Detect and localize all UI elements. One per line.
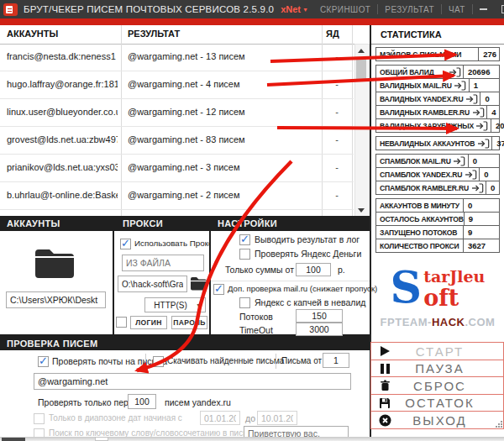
stat-row: ВАЛИДНЫХ ЗАРУБЕЖНЫХ 20691 [375,118,500,133]
yandex-money-checkbox[interactable] [239,249,250,260]
table-row[interactable]: grovest@lds.net.ua:zbw497of @wargaming.n… [0,127,354,155]
stat-value: 0 [463,199,499,212]
log-result-label: Выводить результат в лог [255,234,360,244]
arrow-down-icon [358,208,365,213]
xnet-dropdown-caret-icon[interactable]: ▼ [302,7,313,13]
proxy-password-button[interactable]: ПАРОЛЬ [171,316,207,329]
action-buttons: СТАРТ ПАУЗА СБРОС ОСТАТОК ВЫХОД [370,342,504,429]
accounts-table: francis@nesta.dk:neness1 @wargaming.net … [0,44,354,216]
proxy-login-button[interactable]: ЛОГИН [130,316,167,329]
yad-cell: - [322,190,352,200]
yandex-captcha-checkbox[interactable] [239,297,250,308]
column-header-accounts[interactable]: АККАУНТЫ [7,29,58,39]
resize-grip[interactable] [496,421,502,428]
date-to-input[interactable] [257,411,297,425]
account-cell: hugo.laffray@orange.fr:1812hu [7,79,118,89]
rest-button[interactable]: ОСТАТОК [370,394,504,412]
column-header-result[interactable]: РЕЗУЛЬТАТ [128,29,180,39]
proxy-from-file-input[interactable] [122,255,204,271]
minimize-button[interactable] [473,0,495,18]
menu-result[interactable]: РЕЗУЛЬТАТ [378,5,441,14]
proxy-file-path-input[interactable] [118,276,187,292]
divider [276,354,276,369]
mailru-extra-checkbox[interactable] [213,284,224,295]
menu-chat[interactable]: ЧАТ [442,5,472,14]
export-icon[interactable] [475,139,491,149]
yad-cell: - [322,162,352,172]
table-scrollbar[interactable] [354,44,370,217]
maximize-button[interactable] [495,0,504,18]
proxy-auth-checkbox[interactable] [116,317,127,328]
letters-from-input[interactable] [323,353,349,368]
sender-filter-input[interactable] [34,373,351,390]
pause-button[interactable]: ПАУЗА [370,360,504,378]
pause-icon [371,363,398,375]
chevron-down-icon: ▼ [196,302,205,308]
start-button[interactable]: СТАРТ [370,342,504,360]
accent-strip [0,18,504,25]
rub-label: р. [338,265,345,275]
threads-input[interactable] [296,309,343,323]
reset-button[interactable]: СБРОС [370,376,504,395]
column-header-yad[interactable]: ЯД [326,29,339,39]
stat-label: СПАМБЛОК RAMBLER.RU [376,184,469,192]
stat-row: АККАУНТОВ В МИНУТУ 0 [375,198,500,213]
yad-cell: - [322,107,352,117]
log-result-checkbox[interactable] [239,234,250,245]
settings-panel: Выводить результат в лог Проверять Яндек… [211,231,370,334]
first-only-input[interactable] [128,394,156,409]
export-icon[interactable] [469,183,486,193]
result-cell: @wargaming.net - 13 писем [128,51,245,61]
proxy-type-select[interactable]: HTTP(S) ▼ [144,297,206,312]
download-letters-checkbox[interactable] [153,356,164,367]
export-icon[interactable] [446,67,463,77]
accounts-panel-title: АККАУНТЫ [7,218,60,228]
use-proxy-checkbox[interactable] [120,239,131,249]
brand-logo: S tarJleu oft FPTEAM-HACK.COM [371,242,504,334]
scroll-down-button[interactable] [355,204,367,216]
date-range-checkbox[interactable] [34,413,45,424]
stat-value: 9 [463,226,499,239]
folder-icon [34,246,76,280]
use-proxy-label: Использовать Прокси [134,239,217,248]
account-cell: b.uhrlau@t-online.de:Baskets1 [7,190,118,200]
table-row[interactable]: b.uhrlau@t-online.de:Baskets1 @wargaming… [0,182,354,210]
scroll-up-button[interactable] [355,45,367,56]
account-cell: linux.user@blueyonder.co.uk:bennev [7,107,118,117]
proxy-folder-button[interactable] [190,276,207,294]
threads-label: Потоков [239,312,273,322]
only-sums-label: Только суммы от [225,265,294,275]
result-cell: @wargaming.net - 83 писем [128,134,245,144]
stat-value: 0 [468,155,504,167]
table-row[interactable]: prianikov@lds.net.ua:yxs031ga @wargaming… [0,155,354,182]
table-row[interactable]: linux.user@blueyonder.co.uk:bennev @warg… [0,99,354,127]
exit-button[interactable]: ВЫХОД [370,411,504,429]
statistics-title: СТАТИСТИКА [371,29,442,39]
menu-xnet[interactable]: xNet [274,4,302,14]
floppy-icon [371,397,398,409]
stat-label: ВАЛИДНЫХ RAMBLER.RU [376,108,470,117]
folder-icon [190,276,207,291]
export-icon[interactable] [474,121,491,131]
accounts-path-input[interactable] [6,291,106,308]
mailru-extra-label: Доп. проверка mail.ru (снижает пропуск) [228,284,377,293]
export-icon[interactable] [470,108,486,118]
exit-icon [371,414,398,427]
app-icon [3,3,18,16]
table-row[interactable]: francis@nesta.dk:neness1 @wargaming.net … [0,44,354,71]
table-row[interactable]: hugo.laffray@orange.fr:1812hu @wargaming… [0,71,354,99]
menu-screenshot[interactable]: СКРИНШОТ [313,5,377,14]
scrollbar-thumb[interactable] [356,58,366,81]
account-cell: prianikov@lds.net.ua:yxs031ga [7,162,118,172]
only-sums-input[interactable] [296,263,331,276]
date-from-input[interactable] [200,411,240,425]
timeout-input[interactable] [296,323,343,336]
accounts-folder-button[interactable] [34,246,76,283]
check-letters-checkbox[interactable] [38,356,49,367]
export-icon[interactable] [463,94,480,104]
table-header: АККАУНТЫ РЕЗУЛЬТАТ ЯД [0,25,370,45]
stat-label: ЗАПУЩЕНО ПОТОКОВ [376,228,463,237]
export-icon[interactable] [451,156,468,166]
export-icon[interactable] [462,170,479,180]
export-icon[interactable] [452,81,469,91]
